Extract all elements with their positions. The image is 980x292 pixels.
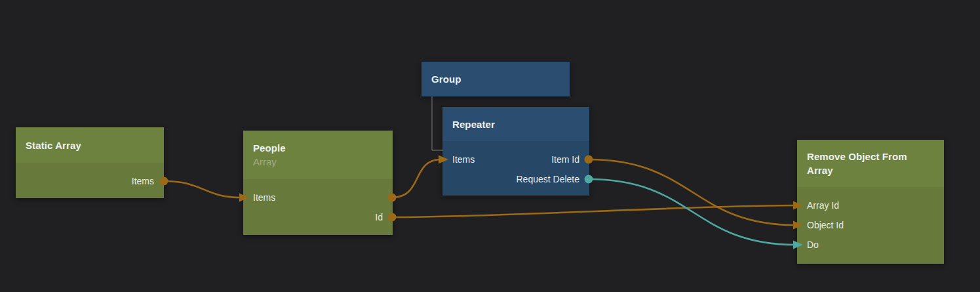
- port-row[interactable]: Object Id: [797, 215, 944, 235]
- port-row[interactable]: Do: [797, 235, 944, 255]
- output-port-label: Item Id: [551, 154, 579, 165]
- node-title: Remove Object From Array: [807, 150, 914, 177]
- port-row[interactable]: Items: [243, 188, 393, 207]
- node-port-list: ItemsItem IdRequest Delete: [442, 141, 589, 196]
- node-port-list: Array IdObject IdDo: [797, 187, 944, 264]
- node-header[interactable]: PeopleArray: [243, 131, 393, 179]
- node-port-list: Items: [16, 163, 164, 198]
- node-title: Static Array: [26, 138, 134, 152]
- node-title: Repeater: [452, 117, 559, 131]
- input-port-label: Object Id: [807, 220, 844, 230]
- port-row[interactable]: ItemsItem Id: [442, 150, 589, 169]
- node-subtitle: Array: [253, 155, 363, 169]
- node-header[interactable]: Group: [421, 62, 570, 96]
- output-port-label: Items: [132, 176, 154, 186]
- node-people[interactable]: PeopleArrayItemsId: [243, 131, 393, 235]
- node-repeater[interactable]: RepeaterItemsItem IdRequest Delete: [442, 107, 589, 196]
- port-row[interactable]: Array Id: [797, 196, 944, 215]
- node-static-array[interactable]: Static ArrayItems: [16, 127, 164, 198]
- input-port-label: Items: [253, 192, 275, 203]
- port-row[interactable]: Request Delete: [442, 169, 589, 189]
- node-header[interactable]: Remove Object From Array: [797, 140, 944, 187]
- node-graph-canvas[interactable]: Static ArrayItemsPeopleArrayItemsIdGroup…: [0, 0, 980, 292]
- output-port-label: Request Delete: [516, 174, 579, 184]
- input-port-label: Items: [452, 154, 475, 165]
- node-group[interactable]: Group: [421, 62, 570, 96]
- port-row[interactable]: Items: [16, 171, 164, 191]
- node-header[interactable]: Static Array: [16, 127, 164, 163]
- node-remove-object-from-array[interactable]: Remove Object From ArrayArray IdObject I…: [797, 140, 944, 264]
- nodes-layer: Static ArrayItemsPeopleArrayItemsIdGroup…: [0, 0, 980, 292]
- port-row[interactable]: Id: [243, 207, 393, 227]
- node-port-list: ItemsId: [243, 179, 393, 235]
- node-title: People: [253, 141, 363, 155]
- input-port-label: Array Id: [807, 200, 839, 211]
- input-port-label: Do: [807, 240, 819, 250]
- node-header[interactable]: Repeater: [442, 107, 589, 141]
- output-port-label: Id: [375, 212, 383, 222]
- node-title: Group: [431, 72, 539, 86]
